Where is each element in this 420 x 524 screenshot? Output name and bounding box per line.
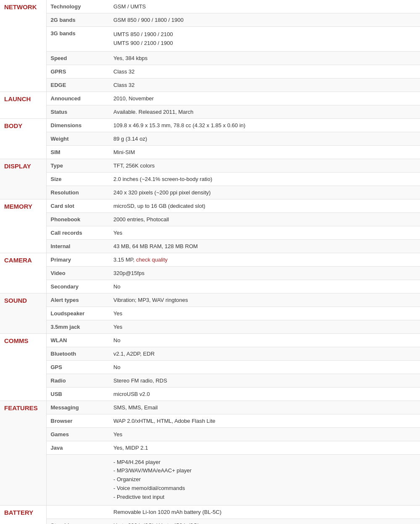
- label-cell: [46, 505, 109, 519]
- value-cell: Yes, MIDP 2.1: [109, 441, 420, 454]
- value-cell: GSM 850 / 900 / 1800 / 1900: [109, 13, 420, 27]
- label-cell: Video: [46, 266, 109, 280]
- table-row: NETWORKTechnologyGSM / UMTS: [0, 0, 420, 13]
- value-cell: 240 x 320 pixels (~200 ppi pixel density…: [109, 186, 420, 199]
- table-row: GamesYes: [0, 427, 420, 441]
- category-cell: CAMERA: [0, 253, 46, 293]
- value-cell: 2010, November: [109, 92, 420, 105]
- table-row: GPRSClass 32: [0, 65, 420, 78]
- table-row: SIMMini-SIM: [0, 145, 420, 159]
- value-cell: No: [109, 280, 420, 293]
- category-cell: SOUND: [0, 293, 46, 333]
- table-row: SpeedYes, 384 kbps: [0, 51, 420, 65]
- category-cell: DISPLAY: [0, 159, 46, 199]
- label-cell: SIM: [46, 145, 109, 159]
- value-cell: Yes, 384 kbps: [109, 51, 420, 65]
- value-cell: - MP4/H.264 player- MP3/WAV/WMA/eAAC+ pl…: [109, 454, 420, 505]
- category-cell: BODY: [0, 118, 46, 159]
- spec-table: NETWORKTechnologyGSM / UMTS2G bandsGSM 8…: [0, 0, 420, 524]
- table-row: Resolution240 x 320 pixels (~200 ppi pix…: [0, 186, 420, 199]
- value-cell: v2.1, A2DP, EDR: [109, 347, 420, 360]
- table-row: SOUNDAlert typesVibration; MP3, WAV ring…: [0, 293, 420, 307]
- table-row: COMMSWLANNo: [0, 333, 420, 347]
- category-cell: COMMS: [0, 333, 46, 401]
- table-row: EDGEClass 32: [0, 78, 420, 92]
- label-cell: Call records: [46, 226, 109, 239]
- table-row: Phonebook2000 entries, Photocall: [0, 212, 420, 226]
- table-row: Weight89 g (3.14 oz): [0, 132, 420, 145]
- value-cell: UMTS 850 / 1900 / 2100UMTS 900 / 2100 / …: [109, 27, 420, 52]
- table-row: 3G bandsUMTS 850 / 1900 / 2100UMTS 900 /…: [0, 27, 420, 52]
- label-cell: Announced: [46, 92, 109, 105]
- table-row: LAUNCHAnnounced2010, November: [0, 92, 420, 105]
- table-row: Video320p@15fps: [0, 266, 420, 280]
- value-cell: microSD, up to 16 GB (dedicated slot): [109, 199, 420, 212]
- table-row: Size2.0 inches (~24.1% screen-to-body ra…: [0, 172, 420, 186]
- label-cell: [46, 454, 109, 505]
- category-cell: MEMORY: [0, 199, 46, 253]
- table-row: CAMERAPrimary3.15 MP, check quality: [0, 253, 420, 266]
- label-cell: Type: [46, 159, 109, 172]
- value-cell: microUSB v2.0: [109, 387, 420, 401]
- table-row: LoudspeakerYes: [0, 307, 420, 320]
- label-cell: Status: [46, 105, 109, 118]
- table-row: 2G bandsGSM 850 / 900 / 1800 / 1900: [0, 13, 420, 27]
- value-cell: Mini-SIM: [109, 145, 420, 159]
- label-cell: 2G bands: [46, 13, 109, 27]
- value-cell: 320p@15fps: [109, 266, 420, 280]
- value-cell: Up to 396 h (2G) / Up to 456 h (3G): [109, 519, 420, 524]
- label-cell: USB: [46, 387, 109, 401]
- label-cell: Loudspeaker: [46, 307, 109, 320]
- value-cell: Yes: [109, 320, 420, 333]
- label-cell: Resolution: [46, 186, 109, 199]
- label-cell: Weight: [46, 132, 109, 145]
- value-cell: No: [109, 360, 420, 374]
- label-cell: Card slot: [46, 199, 109, 212]
- table-row: FEATURESMessagingSMS, MMS, Email: [0, 401, 420, 414]
- table-row: BODYDimensions109.8 x 46.9 x 15.3 mm, 78…: [0, 118, 420, 132]
- check-quality-link[interactable]: check quality: [136, 257, 168, 263]
- value-cell: 89 g (3.14 oz): [109, 132, 420, 145]
- label-cell: Messaging: [46, 401, 109, 414]
- label-cell: Primary: [46, 253, 109, 266]
- value-cell: Yes: [109, 226, 420, 239]
- value-cell: Vibration; MP3, WAV ringtones: [109, 293, 420, 307]
- table-row: - MP4/H.264 player- MP3/WAV/WMA/eAAC+ pl…: [0, 454, 420, 505]
- value-cell: Yes: [109, 307, 420, 320]
- label-cell: Java: [46, 441, 109, 454]
- label-cell: Phonebook: [46, 212, 109, 226]
- value-cell: Class 32: [109, 78, 420, 92]
- value-cell: 3.15 MP, check quality: [109, 253, 420, 266]
- label-cell: 3.5mm jack: [46, 320, 109, 333]
- table-row: USBmicroUSB v2.0: [0, 387, 420, 401]
- label-cell: Size: [46, 172, 109, 186]
- category-cell: LAUNCH: [0, 92, 46, 118]
- category-cell: FEATURES: [0, 401, 46, 505]
- label-cell: Bluetooth: [46, 347, 109, 360]
- value-cell: TFT, 256K colors: [109, 159, 420, 172]
- value-cell: 2000 entries, Photocall: [109, 212, 420, 226]
- label-cell: Internal: [46, 239, 109, 253]
- table-row: Bluetoothv2.1, A2DP, EDR: [0, 347, 420, 360]
- table-row: Internal43 MB, 64 MB RAM, 128 MB ROM: [0, 239, 420, 253]
- label-cell: GPS: [46, 360, 109, 374]
- table-row: MEMORYCard slotmicroSD, up to 16 GB (ded…: [0, 199, 420, 212]
- label-cell: Alert types: [46, 293, 109, 307]
- table-row: StatusAvailable. Released 2011, March: [0, 105, 420, 118]
- label-cell: WLAN: [46, 333, 109, 347]
- table-row: RadioStereo FM radio, RDS: [0, 374, 420, 387]
- table-row: Call recordsYes: [0, 226, 420, 239]
- category-cell: BATTERY: [0, 505, 46, 524]
- value-cell: No: [109, 333, 420, 347]
- value-cell: Stereo FM radio, RDS: [109, 374, 420, 387]
- label-cell: EDGE: [46, 78, 109, 92]
- label-cell: Stand-by: [46, 519, 109, 524]
- value-cell: 109.8 x 46.9 x 15.3 mm, 78.8 cc (4.32 x …: [109, 118, 420, 132]
- category-cell: NETWORK: [0, 0, 46, 92]
- value-cell: Yes: [109, 427, 420, 441]
- label-cell: Secondary: [46, 280, 109, 293]
- label-cell: Technology: [46, 0, 109, 13]
- label-cell: 3G bands: [46, 27, 109, 52]
- label-cell: Browser: [46, 414, 109, 427]
- value-cell: 43 MB, 64 MB RAM, 128 MB ROM: [109, 239, 420, 253]
